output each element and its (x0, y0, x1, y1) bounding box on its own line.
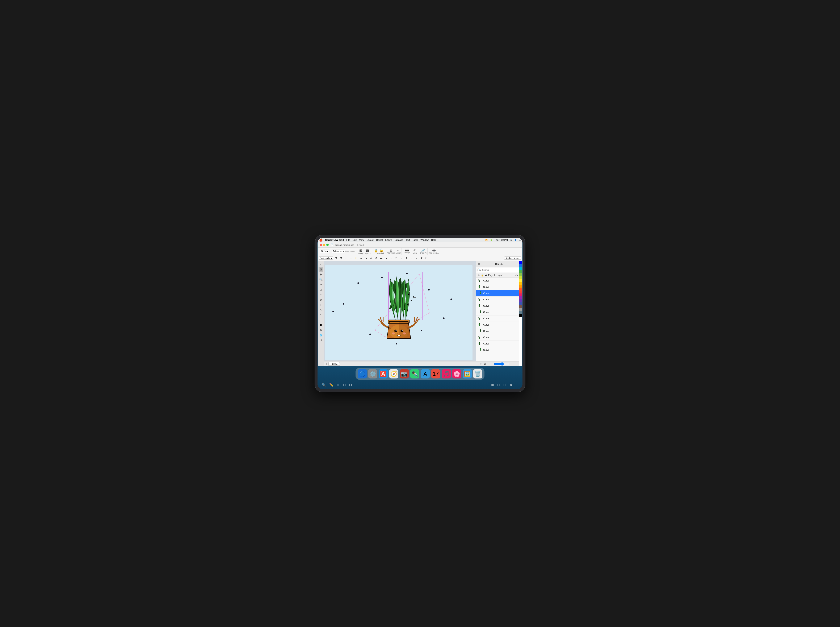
dock-icon-app-store[interactable]: 🅰️ (379, 369, 388, 378)
convert-line-btn[interactable]: — (379, 256, 384, 260)
bc-r3-btn[interactable]: ⊟ (504, 383, 506, 387)
polygon-btn[interactable]: ◇ (319, 297, 323, 302)
search-menu-icon[interactable]: 🔍 (510, 239, 512, 241)
zoom-dropdown[interactable]: 682% ▾ (320, 250, 329, 253)
dock-icon-photos[interactable]: 🌸 (452, 369, 461, 378)
bc-multitask-btn[interactable]: ⊡ (343, 383, 346, 387)
color-swatch[interactable] (519, 261, 522, 264)
dock-icon-system-prefs[interactable]: ⚙️ (368, 369, 377, 378)
apple-logo-icon[interactable]: 🍎 (319, 238, 322, 242)
bc-pencil-btn[interactable]: ✏️ (329, 383, 333, 387)
color-swatch[interactable] (519, 305, 522, 308)
menu-bitmaps[interactable]: Bitmaps (395, 239, 403, 241)
list-item[interactable]: Curve (476, 278, 522, 284)
arrange-btn[interactable]: ⊞⊟ Arrange (403, 249, 410, 254)
panel-close-btn[interactable]: ✕ (477, 262, 481, 266)
reflect-v-btn[interactable]: ↕ (414, 256, 419, 260)
extend-btn[interactable]: ↔ (399, 256, 404, 260)
color-swatch[interactable] (519, 285, 522, 288)
menu-view[interactable]: View (359, 239, 364, 241)
node-join-btn[interactable]: ∞ (359, 256, 363, 260)
canvas-area[interactable]: + Page 1 (324, 261, 476, 366)
search-input[interactable] (477, 268, 521, 272)
layer-settings-btn[interactable]: ⚙▾ (515, 274, 518, 276)
mirror-btn[interactable]: ⇔ Mirror (396, 249, 401, 254)
bc-r1-btn[interactable]: ⊞ (491, 383, 494, 387)
fill-btn[interactable]: ◼ (319, 323, 323, 327)
color-swatch[interactable] (519, 267, 522, 270)
bc-search-btn[interactable]: 🔍 (322, 383, 326, 387)
color-swatch[interactable] (519, 288, 522, 290)
delete-object-btn[interactable]: 🗑 (483, 362, 486, 365)
bc-r4-btn[interactable]: ⊠ (510, 383, 512, 387)
ellipse-btn[interactable]: ○ (319, 292, 323, 297)
shape-type-dropdown[interactable]: Rectangular ▾ (319, 257, 333, 260)
align-nodes-btn[interactable]: ⊞ (404, 256, 409, 260)
dock-icon-screenshot[interactable]: 📷 (399, 369, 409, 378)
layer-eye-icon[interactable]: 👁 (477, 274, 480, 277)
outline-btn[interactable]: ⬚ (319, 317, 323, 322)
reflect-h-btn[interactable]: ↔ (409, 256, 414, 260)
selection-tool-btn[interactable]: ↖ (319, 262, 323, 266)
menu-help[interactable]: Help (431, 239, 436, 241)
add-object-btn[interactable]: + (477, 362, 479, 365)
snap-btn[interactable]: 🔗 Snap To (420, 249, 426, 254)
menu-edit[interactable]: Edit (352, 239, 357, 241)
node-symmetric-btn[interactable]: ⊕ (374, 256, 379, 260)
close-button[interactable] (320, 244, 322, 246)
menu-table[interactable]: Table (412, 239, 418, 241)
add-page-btn[interactable]: + (325, 362, 327, 365)
menu-object[interactable]: Object (376, 239, 383, 241)
alignment-btn[interactable]: ⊡ Alignment (387, 249, 395, 254)
dock-icon-music[interactable]: 🎵 (442, 369, 451, 378)
view-btn[interactable]: 👁 View (413, 249, 417, 254)
color-swatch[interactable] (519, 302, 522, 305)
node-break-btn[interactable]: ⚡ (354, 256, 358, 260)
list-item[interactable]: Curve (476, 309, 522, 315)
node-add-btn[interactable]: + (344, 256, 348, 260)
dock-icon-vectornator[interactable]: ✒️ (410, 369, 419, 378)
dock-icon-textsoap[interactable]: A (421, 369, 430, 378)
get-more-btn[interactable]: ➕ Get More... (429, 249, 439, 254)
node-corner-btn[interactable]: ◇ (369, 256, 373, 260)
color-swatch[interactable] (519, 314, 522, 317)
layer-lock-icon[interactable]: 🔓 (481, 274, 484, 277)
node-deselect-btn[interactable]: ⊟ (338, 256, 343, 260)
bc-r2-btn[interactable]: ⊡ (497, 383, 500, 387)
color-swatch[interactable] (519, 317, 522, 320)
arrow-btn[interactable]: ↑ (319, 312, 323, 317)
bezier-btn[interactable]: ∿ (319, 307, 323, 312)
list-item[interactable]: Curve (476, 347, 522, 353)
zoom-tool-btn[interactable]: 🔍 (319, 277, 323, 282)
lock-btn[interactable]: 🔒 Lock (374, 249, 378, 254)
dropper-btn[interactable]: 💧 (319, 332, 323, 337)
dock-icon-safari[interactable]: 🧭 (389, 369, 398, 378)
group-btn[interactable]: ⊞ Group (358, 249, 363, 254)
color-swatch[interactable] (519, 293, 522, 296)
color-swatch[interactable] (519, 311, 522, 314)
list-item[interactable]: Curve (476, 296, 522, 303)
bc-grid-btn[interactable]: ⊞ (337, 383, 339, 387)
dock-icon-calendar[interactable]: 17 (431, 369, 441, 378)
menu-window[interactable]: Window (420, 239, 429, 241)
layer-print-icon[interactable]: 🖨 (485, 274, 488, 277)
interactive-fill-btn[interactable]: ◈ (319, 328, 323, 332)
color-swatch[interactable] (519, 299, 522, 302)
convert-curve-btn[interactable]: ∿ (384, 256, 388, 260)
maximize-button[interactable] (326, 244, 328, 246)
list-item[interactable]: Curve (476, 290, 522, 296)
color-swatch[interactable] (519, 290, 522, 293)
color-swatch[interactable] (519, 282, 522, 285)
list-item[interactable]: Curve (476, 322, 522, 328)
dock-icon-finder[interactable]: 🔵 (358, 369, 367, 378)
panel-scroll-slider[interactable] (494, 362, 510, 365)
color-swatch[interactable] (519, 273, 522, 276)
unlock-btn[interactable]: 🔓 Unlock (379, 249, 384, 254)
menu-effects[interactable]: Effects (385, 239, 392, 241)
list-item[interactable]: Curve (476, 303, 522, 309)
minimize-button[interactable] (323, 244, 325, 246)
open-curve-btn[interactable]: ◌ (394, 256, 399, 260)
close-curve-btn[interactable]: ○ (389, 256, 393, 260)
color-swatch[interactable] (519, 270, 522, 273)
elastic-btn[interactable]: ⟳ (419, 256, 424, 260)
